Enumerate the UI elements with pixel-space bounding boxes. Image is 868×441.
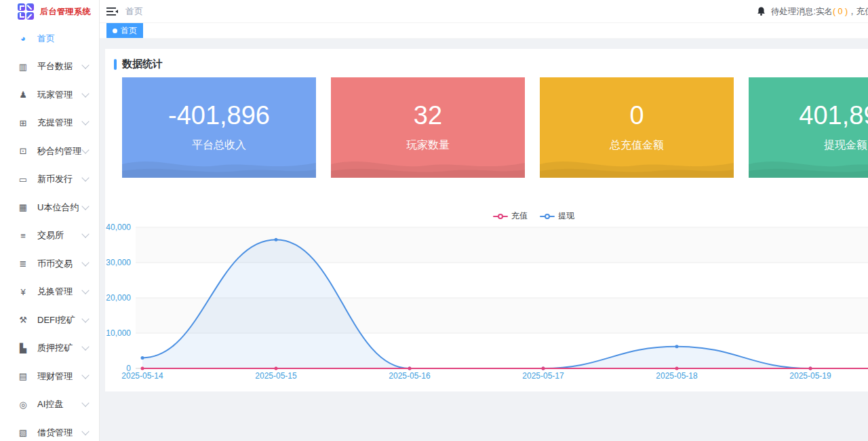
sidebar-item-staking-mining[interactable]: ▙质押挖矿 bbox=[0, 334, 99, 363]
data-point-recharge bbox=[675, 367, 679, 370]
stat-card-total-recharge: 0总充值金额 bbox=[540, 77, 734, 178]
topbar: 首页 待处理消息: 实名 ( 0 ) ， 充值 ( 0 ) bbox=[100, 0, 868, 23]
sidebar-item-new-coin-issue[interactable]: ▭新币发行 bbox=[0, 166, 99, 194]
tabbar: 首页 bbox=[100, 23, 868, 39]
sidebar-item-seconds-contract-mgmt[interactable]: ⊡秒合约管理 bbox=[0, 137, 99, 166]
stat-card-label: 总充值金额 bbox=[610, 138, 664, 153]
sidebar-item-defi-mining[interactable]: ⚒DEFI挖矿 bbox=[0, 306, 99, 334]
x-axis-tick-label: 2025-05-19 bbox=[789, 371, 831, 381]
data-point-withdraw bbox=[275, 238, 278, 242]
sidebar-item-u-margin-contract[interactable]: ▦U本位合约 bbox=[0, 193, 99, 222]
main-area: 首页 待处理消息: 实名 ( 0 ) ， 充值 ( 0 ) 首页 bbox=[100, 0, 868, 441]
x-axis-tick-label: 2025-05-14 bbox=[121, 371, 163, 381]
sidebar-item-label: DEFI挖矿 bbox=[37, 314, 83, 326]
sidebar-item-label: 首页 bbox=[37, 33, 88, 45]
document-icon: ▤ bbox=[18, 371, 28, 381]
sidebar-item-label: 新币发行 bbox=[37, 173, 83, 185]
sidebar-item-label: 平台数据 bbox=[37, 60, 83, 73]
sidebar-item-label: 借贷管理 bbox=[37, 427, 83, 439]
sidebar-item-platform-data[interactable]: ▥平台数据 bbox=[0, 53, 99, 81]
legend-label: 充值 bbox=[511, 210, 528, 222]
robot-icon: ◎ bbox=[18, 400, 28, 410]
trade-list-icon: ≣ bbox=[18, 258, 28, 269]
exchange-list-icon: ≡ bbox=[18, 231, 28, 241]
pending-messages[interactable]: 待处理消息: 实名 ( 0 ) ， 充值 ( 0 ) bbox=[756, 0, 868, 23]
logo-tile bbox=[18, 12, 25, 20]
chevron-down-icon bbox=[81, 146, 89, 153]
y-axis-tick-label: 20,000 bbox=[106, 293, 131, 303]
bar-chart-icon: ▙ bbox=[18, 343, 28, 353]
chevron-down-icon bbox=[81, 118, 89, 126]
logo-tile bbox=[18, 3, 25, 11]
x-axis-tick-label: 2025-05-16 bbox=[389, 371, 431, 381]
sidebar-toggle-button[interactable] bbox=[106, 6, 119, 17]
section-title-text: 数据统计 bbox=[122, 58, 163, 71]
grid-icon: ▦ bbox=[18, 202, 28, 212]
sidebar-item-exchange[interactable]: ≡交易所 bbox=[0, 222, 99, 250]
sidebar-item-label: U本位合约 bbox=[37, 202, 83, 214]
data-point-recharge bbox=[408, 367, 412, 370]
sidebar-item-recharge-withdraw-mgmt[interactable]: ⊞充提管理 bbox=[0, 109, 99, 138]
chevron-down-icon bbox=[81, 427, 89, 435]
notice-item-label: 实名 bbox=[816, 6, 833, 18]
sidebar: 后台管理系统 ◕首页▥平台数据♟玩家管理⊞充提管理⊡秒合约管理▭新币发行▦U本位… bbox=[0, 0, 100, 441]
sidebar-item-label: AI控盘 bbox=[37, 398, 83, 410]
data-point-recharge bbox=[275, 367, 278, 370]
logo-row: 后台管理系统 bbox=[0, 0, 99, 23]
app-logo-icon bbox=[18, 3, 34, 20]
stat-card-value: -401,896 bbox=[168, 102, 270, 128]
data-point-recharge bbox=[542, 367, 545, 370]
platform-data-icon: ▥ bbox=[18, 62, 28, 72]
notice-item-count: ( 0 ) bbox=[833, 7, 848, 16]
stat-card-value: 401,896 bbox=[799, 102, 868, 128]
logo-tile bbox=[26, 3, 34, 11]
chevron-down-icon bbox=[81, 90, 89, 97]
dashboard-icon: ◕ bbox=[18, 33, 28, 43]
sidebar-item-label: 玩家管理 bbox=[37, 89, 83, 101]
yen-icon: ¥ bbox=[18, 287, 28, 297]
chevron-down-icon bbox=[81, 231, 89, 238]
notice-prefix: 待处理消息: bbox=[771, 6, 816, 18]
sidebar-item-swap-mgmt[interactable]: ¥兑换管理 bbox=[0, 278, 99, 307]
user-icon: ♟ bbox=[18, 90, 28, 100]
sidebar-item-lending-mgmt[interactable]: ▧借贷管理 bbox=[0, 419, 99, 441]
tab-label: 首页 bbox=[121, 25, 137, 37]
breadcrumb[interactable]: 首页 bbox=[125, 0, 143, 23]
sidebar-item-home[interactable]: ◕首页 bbox=[0, 24, 99, 53]
section-title: 数据统计 bbox=[114, 58, 163, 71]
chevron-down-icon bbox=[81, 287, 89, 294]
sidebar-item-label: 质押挖矿 bbox=[37, 342, 83, 354]
legend-item-withdraw[interactable]: 提现 bbox=[540, 210, 574, 222]
tab-home[interactable]: 首页 bbox=[106, 23, 143, 38]
x-axis-tick-label: 2025-05-15 bbox=[255, 371, 297, 381]
x-axis-tick-label: 2025-05-17 bbox=[522, 371, 564, 381]
y-axis-tick-label: 40,000 bbox=[106, 223, 131, 232]
picture-icon: ⊡ bbox=[18, 146, 28, 156]
sidebar-item-label: 充提管理 bbox=[37, 117, 83, 129]
sidebar-item-wealth-mgmt[interactable]: ▤理财管理 bbox=[0, 362, 99, 391]
stat-card-total-withdraw: 401,896提现金额 bbox=[749, 77, 868, 178]
sidebar-item-player-mgmt[interactable]: ♟玩家管理 bbox=[0, 81, 99, 109]
sidebar-item-spot-trade[interactable]: ≣币币交易 bbox=[0, 250, 99, 278]
content-panel: 数据统计 -401,896平台总收入32玩家数量0总充值金额401,896提现金… bbox=[105, 49, 868, 391]
chevron-down-icon bbox=[81, 315, 89, 322]
line-chart: 010,00020,00030,00040,0002025-05-142025-… bbox=[105, 222, 868, 391]
stat-card-total-revenue: -401,896平台总收入 bbox=[122, 77, 316, 178]
y-axis-tick-label: 10,000 bbox=[106, 328, 131, 338]
app-title: 后台管理系统 bbox=[40, 6, 91, 18]
legend-label: 提现 bbox=[558, 210, 574, 222]
chevron-down-icon bbox=[81, 400, 89, 407]
chevron-down-icon bbox=[81, 202, 89, 210]
sidebar-item-ai-control[interactable]: ◎AI控盘 bbox=[0, 391, 99, 419]
legend-marker-icon bbox=[540, 214, 555, 219]
chevron-down-icon bbox=[81, 174, 89, 182]
chevron-down-icon bbox=[81, 343, 89, 351]
notice-separator: ， bbox=[848, 6, 856, 18]
data-point-withdraw bbox=[675, 345, 679, 348]
legend-item-recharge[interactable]: 充值 bbox=[493, 210, 528, 222]
notice-item-label: 充值 bbox=[856, 6, 868, 18]
section-title-bar bbox=[114, 59, 117, 70]
stat-card-label: 玩家数量 bbox=[406, 138, 450, 153]
bell-icon bbox=[756, 6, 766, 17]
tab-active-dot bbox=[113, 28, 117, 33]
